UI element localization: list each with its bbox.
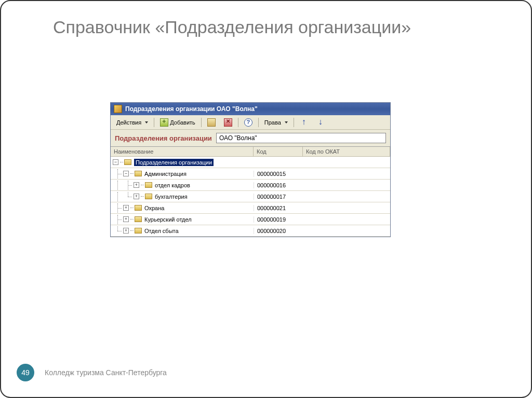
tree-connector (130, 173, 134, 174)
cell-code: 000000015 (254, 171, 303, 177)
tree-line (113, 226, 123, 236)
folder-icon (135, 171, 142, 176)
actions-label: Действия (116, 119, 141, 126)
column-name[interactable]: Наименование (111, 147, 254, 156)
folder-icon (135, 228, 142, 234)
organization-label: Подразделения организации (115, 134, 212, 142)
cell-name: +Охрана (111, 203, 254, 213)
row-label: Отдел сбыта (144, 228, 179, 234)
tree-line (113, 169, 123, 179)
cell-name: +Курьерский отдел (111, 215, 254, 224)
table-row[interactable]: +отдел кадров000000016 (111, 180, 390, 191)
separator (238, 118, 238, 127)
folder-icon (145, 194, 152, 199)
cell-code: 000000019 (254, 216, 303, 223)
rights-label: Права (264, 119, 281, 126)
help-button[interactable]: ? (241, 117, 256, 128)
table-row[interactable]: −Администрация000000015 (111, 168, 390, 180)
tree-connector (130, 219, 134, 219)
tree-line (113, 181, 123, 190)
tree-connector (120, 162, 123, 162)
cell-name: +отдел кадров (111, 181, 254, 190)
row-label: Подразделения организации (134, 159, 214, 166)
plus-icon[interactable]: + (123, 205, 129, 211)
organization-row: Подразделения организации (111, 130, 390, 146)
row-label: Администрация (144, 171, 187, 177)
table-row[interactable]: +Отдел сбыта000000020 (111, 225, 390, 237)
tree-connector (141, 196, 144, 197)
plus-icon[interactable]: + (123, 216, 129, 222)
minus-icon[interactable]: − (123, 171, 129, 176)
separator (294, 118, 294, 127)
cell-code: 000000021 (254, 205, 303, 211)
app-window: Подразделения организации ОАО "Волна" Де… (110, 102, 391, 237)
tree-connector (141, 185, 144, 185)
move-down-button[interactable]: ↓ (313, 117, 328, 128)
new-item-button[interactable] (204, 117, 219, 128)
window-titlebar[interactable]: Подразделения организации ОАО "Волна" (111, 103, 390, 115)
tree-connector (130, 208, 134, 208)
tree-line (113, 215, 123, 224)
row-label: бухгалтерия (155, 194, 188, 200)
cell-code: 000000017 (254, 194, 303, 200)
tree-line (123, 192, 134, 201)
row-label: Охрана (144, 205, 164, 211)
arrow-down-icon: ↓ (316, 118, 325, 127)
folder-icon (145, 182, 152, 188)
cell-name: +Отдел сбыта (111, 226, 254, 236)
separator (258, 118, 259, 127)
window-title: Подразделения организации ОАО "Волна" (125, 105, 258, 113)
add-button[interactable]: Добавить (156, 117, 199, 128)
table-row[interactable]: −Подразделения организации (111, 157, 390, 168)
move-up-button[interactable]: ↑ (296, 117, 312, 128)
slide-footer: 49 Колледж туризма Санкт-Петербурга (17, 364, 167, 381)
add-icon (160, 118, 168, 127)
add-label: Добавить (170, 119, 195, 126)
arrow-up-icon: ↑ (300, 118, 308, 127)
plus-icon[interactable]: + (134, 182, 139, 188)
cell-name: +бухгалтерия (111, 192, 254, 201)
cell-name: −Подразделения организации (111, 159, 254, 166)
table-row[interactable]: +Курьерский отдел000000019 (111, 214, 390, 225)
column-code[interactable]: Код (254, 147, 303, 156)
tree-line (113, 203, 123, 213)
delete-button[interactable] (220, 117, 236, 128)
minus-icon[interactable]: − (113, 159, 118, 165)
footer-text: Колледж туризма Санкт-Петербурга (45, 368, 167, 377)
table-row[interactable]: +Охрана000000021 (111, 202, 390, 214)
organization-input[interactable] (216, 133, 386, 143)
plus-icon[interactable]: + (134, 194, 139, 199)
document-icon (207, 118, 216, 127)
actions-menu[interactable]: Действия (113, 118, 152, 127)
row-label: Курьерский отдел (144, 216, 192, 223)
help-icon: ? (244, 118, 252, 127)
row-label: отдел кадров (155, 182, 190, 188)
cell-code: 000000020 (254, 228, 303, 234)
separator (154, 118, 154, 127)
app-icon (114, 105, 122, 113)
tree-line (113, 192, 123, 201)
separator (201, 118, 202, 127)
folder-icon (135, 205, 142, 211)
delete-icon (224, 118, 232, 127)
column-okat[interactable]: Код по ОКАТ (303, 147, 390, 156)
tree-connector (130, 230, 134, 231)
plus-icon[interactable]: + (123, 228, 129, 234)
page-number-badge: 49 (17, 364, 34, 381)
grid-body: −Подразделения организации−Администрация… (111, 157, 390, 237)
folder-icon (124, 159, 131, 165)
tree-line (123, 181, 134, 190)
grid-header: Наименование Код Код по ОКАТ (111, 147, 390, 157)
cell-code: 000000016 (254, 182, 303, 188)
rights-menu[interactable]: Права (261, 118, 291, 127)
folder-icon (135, 216, 142, 222)
cell-name: −Администрация (111, 169, 254, 179)
table-row[interactable]: +бухгалтерия000000017 (111, 191, 390, 202)
slide-title: Справочник «Подразделения организации» (53, 17, 505, 38)
toolbar: Действия Добавить ? Права (111, 115, 390, 130)
tree-grid: Наименование Код Код по ОКАТ −Подразделе… (111, 146, 390, 237)
